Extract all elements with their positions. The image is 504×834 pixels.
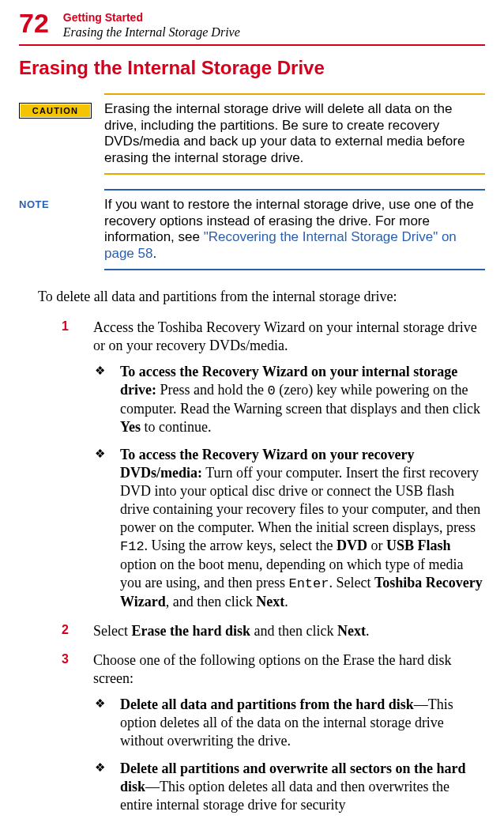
caution-text: Erasing the internal storage drive will … [104, 101, 482, 167]
next-label: Next [337, 623, 366, 639]
step-number: 3 [62, 651, 69, 667]
t: and then click [250, 623, 337, 639]
erase-label: Erase the hard disk [131, 623, 250, 639]
sub-lead: Delete all data and partitions from the … [120, 696, 414, 712]
key-enter: Enter [288, 576, 329, 591]
dvd-label: DVD [337, 538, 367, 553]
note-text-post: . [152, 246, 156, 261]
page-header: 72 Getting Started Erasing the Internal … [19, 9, 485, 40]
step-3: 3 Choose one of the following options on… [62, 651, 485, 814]
step-3-sublist: Delete all data and partitions from the … [93, 696, 485, 814]
list-item: To access the Recovery Wizard on your in… [93, 363, 485, 436]
step-1-text: Access the Toshiba Recovery Wizard on yo… [93, 319, 477, 353]
note-callout: NOTE If you want to restore the internal… [19, 189, 485, 270]
key-zero: 0 [267, 383, 275, 398]
t: . [284, 594, 288, 609]
page-title: Erasing the Internal Storage Drive [19, 57, 485, 79]
note-text: If you want to restore the internal stor… [104, 197, 482, 262]
next-label: Next [256, 594, 284, 609]
t: Select [93, 623, 131, 639]
caution-callout: CAUTION Erasing the internal storage dri… [19, 93, 485, 175]
t: or [367, 538, 386, 553]
t: , and then click [166, 594, 256, 609]
header-texts: Getting Started Erasing the Internal Sto… [63, 9, 240, 40]
usb-flash-label: USB Flash [386, 538, 451, 553]
intro-text: To delete all data and partitions from t… [38, 288, 485, 306]
yes-label: Yes [120, 419, 141, 435]
section-breadcrumb: Erasing the Internal Storage Drive [63, 25, 240, 40]
t: Press and hold the [156, 382, 267, 398]
t: to continue. [141, 419, 211, 435]
step-number: 1 [62, 319, 69, 334]
chapter-title: Getting Started [63, 11, 240, 25]
step-2: 2 Select Erase the hard disk and then cl… [62, 622, 485, 640]
step-3-text: Choose one of the following options on t… [93, 652, 451, 686]
list-item: Delete all data and partitions from the … [93, 696, 485, 750]
caution-label: CAUTION [21, 104, 90, 117]
t: —This option deletes all data and then o… [120, 779, 449, 813]
list-item: Delete all partitions and overwrite all … [93, 760, 485, 814]
note-label: NOTE [19, 197, 92, 210]
list-item: To access the Recovery Wizard on your re… [93, 446, 485, 611]
page-number: 72 [19, 9, 49, 36]
caution-badge: CAUTION [19, 103, 92, 119]
t: . [366, 623, 370, 639]
steps-list: 1 Access the Toshiba Recovery Wizard on … [62, 319, 485, 814]
t: . Using the arrow keys, select the [145, 538, 337, 553]
step-1-sublist: To access the Recovery Wizard on your in… [93, 363, 485, 611]
step-1: 1 Access the Toshiba Recovery Wizard on … [62, 319, 485, 611]
note-rule-bottom [104, 269, 485, 270]
t: . Select [329, 575, 374, 591]
caution-rule-bottom [104, 173, 485, 175]
key-f12: F12 [120, 539, 145, 554]
step-number: 2 [62, 622, 69, 638]
header-rule [19, 44, 485, 46]
